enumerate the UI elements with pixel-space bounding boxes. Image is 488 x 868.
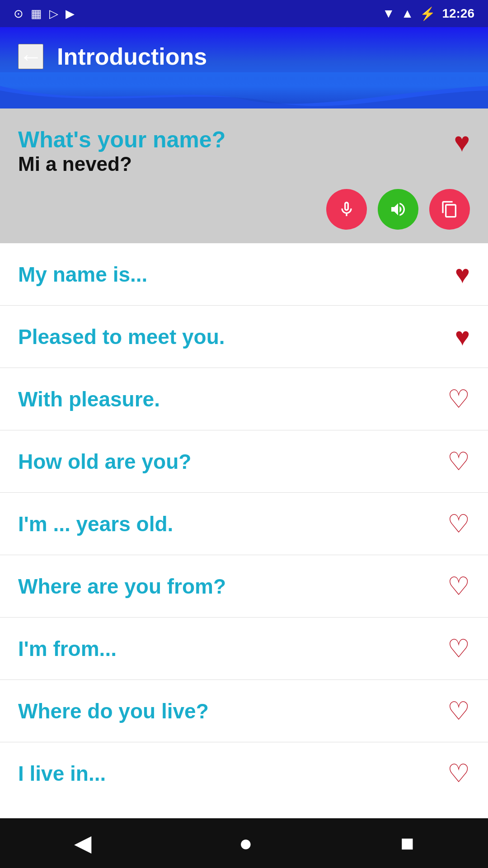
- sim-icon: ▦: [31, 7, 42, 21]
- copy-button[interactable]: [429, 189, 470, 230]
- featured-favorite-button[interactable]: ♥: [454, 127, 470, 158]
- phrase-text: I'm from...: [18, 637, 447, 661]
- heart-icon: ♡: [447, 634, 470, 663]
- nav-back-button[interactable]: ◀: [74, 830, 91, 856]
- favorite-button[interactable]: ♥: [455, 322, 470, 351]
- status-icons-right: ▼ ▲ ⚡ 12:26: [382, 6, 474, 21]
- phrase-text: Where do you live?: [18, 699, 447, 723]
- wifi-icon: ▼: [382, 6, 395, 21]
- favorite-button[interactable]: ♡: [447, 447, 470, 476]
- phrase-text: With pleasure.: [18, 387, 447, 411]
- phrase-text: I live in...: [18, 761, 447, 786]
- heart-icon: ♡: [447, 509, 470, 538]
- sound-button[interactable]: [378, 189, 418, 230]
- nav-bar: ◀ ● ■: [0, 818, 488, 868]
- status-icons-left: ⊙ ▦ ▷ ▶: [14, 7, 75, 21]
- action-buttons: [18, 189, 470, 230]
- list-item[interactable]: Pleased to meet you. ♥: [0, 306, 488, 368]
- nav-recents-button[interactable]: ■: [400, 830, 414, 856]
- favorite-button[interactable]: ♡: [447, 509, 470, 538]
- time-display: 12:26: [442, 6, 474, 21]
- favorite-button[interactable]: ♡: [447, 759, 470, 788]
- favorite-button[interactable]: ♡: [447, 384, 470, 414]
- favorite-button[interactable]: ♥: [455, 259, 470, 289]
- signal-icon: ▲: [401, 6, 414, 21]
- list-item[interactable]: I'm ... years old. ♡: [0, 493, 488, 555]
- featured-card: What's your name? ♥ Mi a neved?: [0, 108, 488, 243]
- list-item[interactable]: With pleasure. ♡: [0, 368, 488, 430]
- heart-icon: ♡: [447, 385, 470, 413]
- back-button[interactable]: ←: [18, 44, 43, 69]
- phrase-text: Where are you from?: [18, 574, 447, 599]
- page-title: Introductions: [57, 43, 207, 70]
- status-bar: ⊙ ▦ ▷ ▶ ▼ ▲ ⚡ 12:26: [0, 0, 488, 27]
- featured-phrase-english: What's your name?: [18, 127, 262, 152]
- mic-button[interactable]: [326, 189, 367, 230]
- phrase-text: Pleased to meet you.: [18, 325, 455, 349]
- favorite-button[interactable]: ♡: [447, 696, 470, 726]
- app-bar: ← Introductions: [0, 27, 488, 86]
- play-icon: ▷: [49, 7, 58, 21]
- google-play-icon: ▶: [66, 7, 75, 21]
- list-item[interactable]: How old are you? ♡: [0, 430, 488, 493]
- featured-heart-icon: ♥: [454, 127, 470, 157]
- heart-icon: ♡: [447, 572, 470, 600]
- favorite-button[interactable]: ♡: [447, 571, 470, 601]
- heart-icon: ♡: [447, 447, 470, 476]
- heart-icon: ♡: [447, 697, 470, 725]
- list-item[interactable]: I'm from... ♡: [0, 618, 488, 680]
- heart-icon: ♡: [447, 759, 470, 788]
- phrase-list: My name is... ♥ Pleased to meet you. ♥ W…: [0, 243, 488, 851]
- list-item[interactable]: Where do you live? ♡: [0, 680, 488, 742]
- nav-home-button[interactable]: ●: [239, 830, 253, 856]
- phrase-text: I'm ... years old.: [18, 512, 447, 536]
- phrase-text: How old are you?: [18, 449, 447, 474]
- favorite-button[interactable]: ♡: [447, 634, 470, 663]
- settings-icon: ⊙: [14, 7, 23, 21]
- wave-decoration: [0, 86, 488, 108]
- list-item[interactable]: My name is... ♥: [0, 243, 488, 306]
- featured-phrase-translation: Mi a neved?: [18, 153, 470, 175]
- heart-icon: ♥: [455, 322, 470, 351]
- heart-icon: ♥: [455, 260, 470, 288]
- battery-icon: ⚡: [420, 6, 436, 21]
- phrase-text: My name is...: [18, 262, 455, 287]
- list-item[interactable]: Where are you from? ♡: [0, 555, 488, 618]
